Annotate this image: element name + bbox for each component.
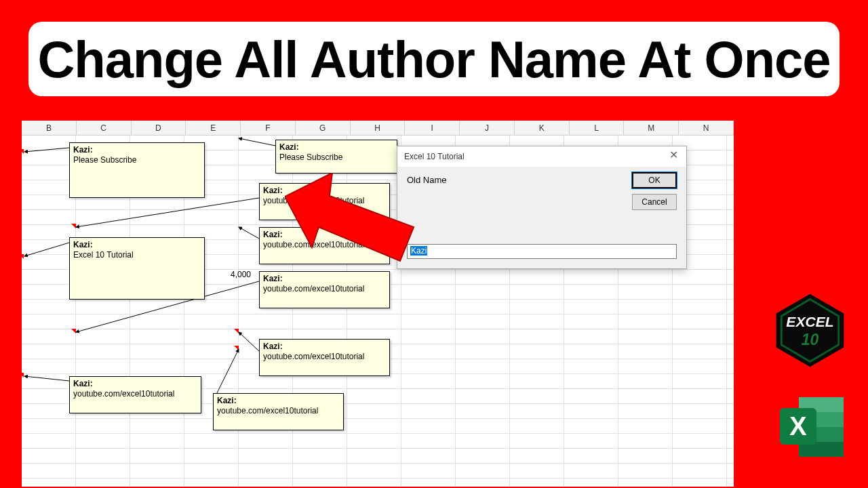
comment-indicator-icon xyxy=(22,149,24,154)
col-header[interactable]: L xyxy=(570,121,625,135)
svg-line-7 xyxy=(24,376,69,381)
comment-indicator-icon xyxy=(234,346,239,350)
comment-author: Kazi: xyxy=(263,342,386,352)
svg-text:X: X xyxy=(789,412,807,441)
inputbox-dialog: Excel 10 Tutorial ✕ Old Name OK Cancel K… xyxy=(397,146,687,269)
comment-author: Kazi: xyxy=(73,145,201,155)
col-header[interactable]: K xyxy=(515,121,570,135)
svg-text:EXCEL: EXCEL xyxy=(786,314,833,329)
excel-app-icon: X xyxy=(776,390,849,464)
page-title: Change All Author Name At Once xyxy=(37,30,830,89)
col-header[interactable]: I xyxy=(405,121,460,135)
comment-box[interactable]: Kazi: youtube.com/excel10tutorial xyxy=(259,339,390,376)
comment-body: youtube.com/excel10tutorial xyxy=(217,406,340,416)
col-header[interactable]: G xyxy=(296,121,351,135)
svg-line-1 xyxy=(239,138,275,146)
comment-author: Kazi: xyxy=(263,230,386,240)
svg-line-4 xyxy=(239,227,259,239)
comment-author: Kazi: xyxy=(263,274,386,284)
comment-box[interactable]: Kazi: Please Subscribe xyxy=(275,140,397,174)
svg-line-0 xyxy=(24,148,69,152)
comment-body: youtube.com/excel10tutorial xyxy=(263,352,386,362)
comment-body: youtube.com/excel10tutorial xyxy=(73,389,197,399)
comment-body: youtube.com/excel10tutorial xyxy=(263,196,386,206)
col-header[interactable]: C xyxy=(77,121,132,135)
cell-value[interactable]: 4,000 xyxy=(210,270,251,279)
dialog-body: Old Name OK Cancel Kazi xyxy=(397,167,686,268)
comment-indicator-icon xyxy=(71,224,76,228)
close-icon[interactable]: ✕ xyxy=(667,150,679,163)
svg-line-6 xyxy=(239,332,259,351)
svg-line-3 xyxy=(24,243,69,256)
comment-indicator-icon xyxy=(71,329,76,333)
comment-box[interactable]: Kazi: youtube.com/excel10tutorial xyxy=(213,393,344,430)
comment-body: youtube.com/excel10tutorial xyxy=(263,240,386,250)
comment-body: Please Subscribe xyxy=(73,155,201,165)
col-header[interactable]: B xyxy=(22,121,77,135)
column-headers-row: B C D E F G H I J K L M N xyxy=(22,121,734,136)
col-header[interactable]: M xyxy=(624,121,679,135)
title-banner: Change All Author Name At Once xyxy=(28,22,840,96)
comment-author: Kazi: xyxy=(279,142,393,152)
col-header[interactable]: H xyxy=(351,121,406,135)
old-name-input[interactable]: Kazi xyxy=(407,244,677,259)
input-selected-text: Kazi xyxy=(410,246,427,256)
comment-box[interactable]: Kazi: youtube.com/excel10tutorial xyxy=(259,227,390,264)
col-header[interactable]: J xyxy=(460,121,515,135)
col-header[interactable]: F xyxy=(241,121,296,135)
comment-body: Excel 10 Tutorial xyxy=(73,250,201,260)
excel-10-badge-icon: EXCEL 10 xyxy=(771,291,849,369)
comment-author: Kazi: xyxy=(73,240,201,250)
dialog-titlebar: Excel 10 Tutorial ✕ xyxy=(397,146,686,167)
comment-indicator-icon xyxy=(22,373,24,378)
ok-button[interactable]: OK xyxy=(632,172,677,188)
comment-box[interactable]: Kazi: youtube.com/excel10tutorial xyxy=(69,376,201,413)
col-header[interactable]: N xyxy=(679,121,734,135)
col-header[interactable]: E xyxy=(186,121,241,135)
comment-author: Kazi: xyxy=(73,379,197,389)
comment-indicator-icon xyxy=(234,329,239,333)
dialog-title-text: Excel 10 Tutorial xyxy=(404,152,465,161)
comment-body: Please Subscribe xyxy=(279,152,393,163)
comment-box[interactable]: Kazi: Please Subscribe xyxy=(69,142,205,198)
comment-author: Kazi: xyxy=(263,186,386,196)
comment-indicator-icon xyxy=(22,254,24,259)
comment-author: Kazi: xyxy=(217,396,340,406)
comment-box[interactable]: Kazi: youtube.com/excel10tutorial xyxy=(259,183,390,220)
comment-box[interactable]: Kazi: youtube.com/excel10tutorial xyxy=(259,271,390,308)
cancel-button[interactable]: Cancel xyxy=(632,194,677,210)
svg-text:10: 10 xyxy=(802,331,819,348)
comment-box[interactable]: Kazi: Excel 10 Tutorial xyxy=(69,237,205,300)
col-header[interactable]: D xyxy=(132,121,186,135)
svg-line-2 xyxy=(76,198,259,227)
comment-body: youtube.com/excel10tutorial xyxy=(263,284,386,294)
